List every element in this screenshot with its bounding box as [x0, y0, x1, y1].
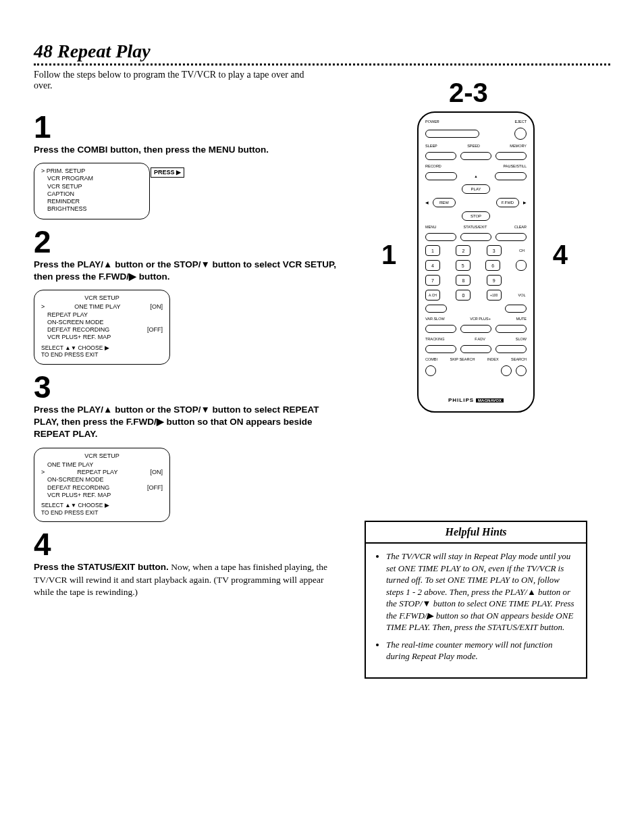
screen-title: VCR SETUP [41, 452, 163, 460]
eject-button [514, 128, 527, 140]
tracking-button [425, 345, 456, 353]
num-9: 9 [487, 275, 502, 286]
remote-diagram: 1 2-3 4 POWEREJECT SLEEPSPEEDMEMORY RECO… [402, 111, 550, 413]
menu-item: REMINDER [41, 198, 142, 205]
step-1-number: 1 [34, 111, 344, 142]
num-0: 0 [456, 290, 471, 301]
num-3: 3 [487, 245, 502, 256]
clear-button [495, 233, 527, 241]
menu-row: DEFEAT RECORDING[OFF] [41, 326, 163, 334]
right-column: 1 2-3 4 POWEREJECT SLEEPSPEEDMEMORY RECO… [365, 105, 587, 679]
screen-footer: SELECT ▲▼ CHOOSE ▶ [41, 502, 163, 509]
num-5: 5 [456, 260, 471, 271]
hint-item: The real-time counter memory will not fu… [386, 639, 576, 662]
menu-row: VCR PLUS+ REF. MAP [41, 492, 163, 499]
memory-button [495, 152, 527, 160]
combi-button [425, 365, 436, 376]
num-2: 2 [456, 245, 471, 256]
page-title: 48 Repeat Play [34, 41, 610, 62]
callout-23: 2-3 [449, 78, 488, 108]
pause-button [495, 172, 527, 180]
num-6: 6 [485, 260, 500, 271]
page-number: 48 [34, 41, 53, 61]
sleep-button [425, 152, 456, 160]
num-4: 4 [425, 260, 440, 271]
menu-row: ONE TIME PLAY[ON] [41, 303, 163, 311]
slow-button [495, 345, 527, 353]
press-label: PRESS ▶ [151, 167, 184, 178]
ffwd-button: F.FWD [496, 198, 519, 207]
index-button [516, 365, 527, 376]
screen-footer: TO END PRESS EXIT [41, 509, 163, 517]
helpful-hints-box: Helpful Hints The TV/VCR will stay in Re… [365, 521, 587, 679]
plus100-button: +100 [487, 290, 502, 301]
varslow-button [425, 325, 456, 333]
record-button [425, 172, 457, 180]
step-1-text: Press the COMBI button, then press the M… [34, 144, 344, 156]
menu-row: DEFEAT RECORDING[OFF] [41, 484, 163, 492]
callout-1: 1 [381, 240, 396, 270]
title-text: Repeat Play [57, 41, 151, 61]
screen-2: VCR SETUP ONE TIME PLAY[ON] REPEAT PLAY … [34, 290, 170, 365]
menu-button [425, 233, 456, 241]
vcrplus-button [460, 325, 491, 333]
speed-button [460, 152, 491, 160]
screen-title: VCR SETUP [41, 294, 163, 302]
callout-4: 4 [553, 240, 568, 270]
screen-3: VCR SETUP ONE TIME PLAY REPEAT PLAY[ON] … [34, 448, 170, 523]
mute-button [495, 325, 527, 333]
skip-button [501, 365, 512, 376]
brand-label: PHILIPSMAGNAVOX [448, 397, 504, 403]
step-4-number: 4 [34, 529, 344, 560]
title-divider [34, 63, 610, 66]
step-4-text: Press the STATUS/EXIT button. Now, when … [34, 561, 344, 598]
num-8: 8 [456, 275, 471, 286]
screen-1: PRESS ▶ PRIM. SETUP VCR PROGRAM VCR SETU… [34, 163, 150, 219]
menu-item: VCR PROGRAM [41, 175, 142, 182]
vol-down [425, 305, 447, 313]
menu-row: REPEAT PLAY[ON] [41, 469, 163, 476]
intro-text: Follow the steps below to program the TV… [34, 70, 317, 91]
num-7: 7 [425, 275, 440, 286]
hints-title: Helpful Hints [366, 522, 586, 544]
menu-item: BRIGHTNESS [41, 205, 142, 213]
screen-footer: SELECT ▲▼ CHOOSE ▶ [41, 344, 163, 352]
step-2-text: Press the PLAY/▲ button or the STOP/▼ bu… [34, 259, 344, 283]
fadv-button [460, 345, 491, 353]
power-button [425, 130, 479, 138]
rew-button: REW [433, 198, 456, 207]
num-1: 1 [425, 245, 440, 256]
menu-item: VCR SETUP [41, 183, 142, 190]
step-3-text: Press the PLAY/▲ button or the STOP/▼ bu… [34, 404, 344, 441]
menu-item: CAPTION [41, 190, 142, 198]
remote-illustration: POWEREJECT SLEEPSPEEDMEMORY RECORDPAUSE/… [417, 111, 535, 413]
step-2-number: 2 [34, 226, 344, 257]
menu-row: ONE TIME PLAY [41, 461, 163, 469]
step-3-number: 3 [34, 371, 344, 402]
status-exit-button [460, 233, 491, 241]
stop-button: STOP [462, 211, 490, 221]
menu-item: PRIM. SETUP [41, 167, 142, 175]
play-button: PLAY [462, 184, 490, 194]
left-column: 1 Press the COMBI button, then press the… [34, 105, 344, 605]
screen-footer: TO END PRESS EXIT [41, 351, 163, 359]
menu-row: ON-SCREEN MODE [41, 476, 163, 484]
menu-row: ON-SCREEN MODE [41, 319, 163, 326]
page-header: 48 Repeat Play Follow the steps below to… [34, 41, 610, 91]
vol-up [505, 305, 527, 313]
hint-item: The TV/VCR will stay in Repeat Play mode… [386, 550, 576, 633]
menu-row: VCR PLUS+ REF. MAP [41, 334, 163, 341]
ach-button: A.CH [425, 290, 440, 301]
ch-button [516, 260, 527, 271]
hints-body: The TV/VCR will stay in Repeat Play mode… [366, 544, 586, 677]
menu-row: REPEAT PLAY [41, 311, 163, 319]
